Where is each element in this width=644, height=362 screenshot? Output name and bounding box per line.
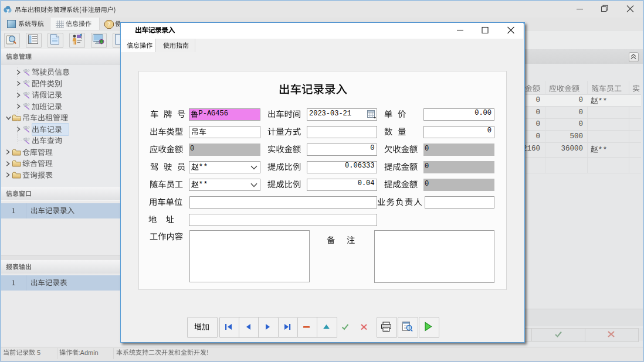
svg-text:y: y [6, 7, 9, 13]
svg-text:?: ? [108, 21, 111, 28]
